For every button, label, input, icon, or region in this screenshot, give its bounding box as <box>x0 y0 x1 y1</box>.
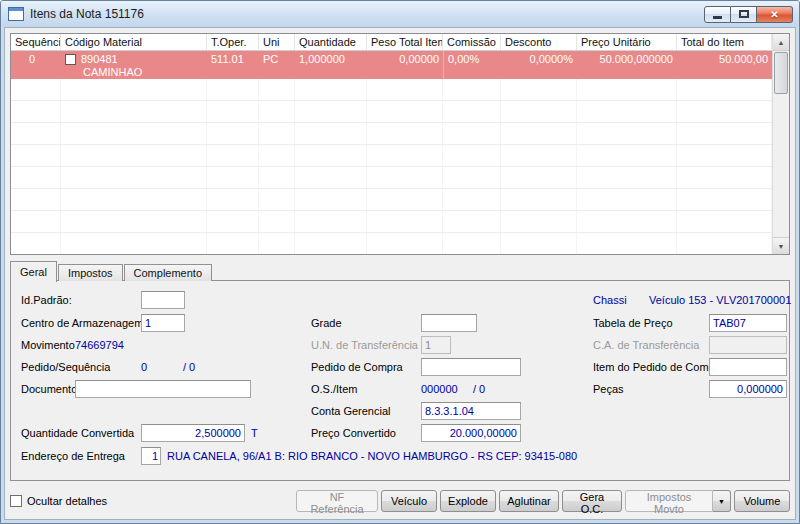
titlebar[interactable]: Itens da Nota 151176 ✕ <box>1 1 799 27</box>
scroll-down-icon: ▼ <box>778 243 785 250</box>
cell-comissao: 0,00% <box>443 51 501 79</box>
quantidade-convertida-input[interactable] <box>141 424 245 442</box>
maximize-icon <box>739 10 749 18</box>
column-header-uni[interactable]: Uni <box>259 34 295 50</box>
un-transferencia-input <box>421 336 451 354</box>
grid-empty-row <box>11 123 772 145</box>
item-pedido-compra-input[interactable] <box>709 358 787 376</box>
cell-t-oper: 511.01 <box>207 51 259 79</box>
cell-peso-total: 0,00000 <box>367 51 443 79</box>
footer: Ocultar detalhes NF Referência Veículo E… <box>10 488 790 514</box>
label-item-pedido-compra: Item do Pedido de Compra <box>593 361 724 374</box>
label-centro-armazenagem: Centro de Armazenagem <box>21 317 143 330</box>
ca-transferencia-input <box>709 336 787 354</box>
client-area: Sequência Código Material T.Oper. Uni Qu… <box>4 27 796 520</box>
column-header-desconto[interactable]: Desconto <box>501 34 577 50</box>
id-padrao-input[interactable] <box>141 291 185 309</box>
scrollbar-thumb[interactable] <box>774 52 788 94</box>
tab-impostos[interactable]: Impostos <box>58 264 123 281</box>
cell-uni: PC <box>259 51 295 79</box>
cell-preco-unitario: 50.000,000000 <box>577 51 677 79</box>
tab-geral[interactable]: Geral <box>10 261 57 282</box>
column-header-codigo-material[interactable]: Código Material <box>61 34 207 50</box>
minimize-icon <box>713 16 722 19</box>
scroll-up-button[interactable]: ▲ <box>773 34 789 51</box>
label-movimento: Movimento <box>21 339 75 352</box>
app-icon <box>8 7 24 21</box>
endereco-entrega-input[interactable] <box>141 447 161 465</box>
label-pedido-sequencia: Pedido/Sequência <box>21 361 110 374</box>
grid-empty-row <box>11 189 772 211</box>
explode-button[interactable]: Explode <box>440 490 496 512</box>
label-pecas: Peças <box>593 383 624 396</box>
volume-button[interactable]: Volume <box>734 490 790 512</box>
scroll-down-button[interactable]: ▼ <box>773 237 789 254</box>
impostos-movto-split-button: Impostos Movto ▼ <box>625 490 731 512</box>
cell-codigo-material: 890481 CAMINHAO <box>61 51 207 79</box>
column-header-total-item[interactable]: Total do Item <box>677 34 772 50</box>
aglutinar-button[interactable]: Aglutinar <box>499 490 559 512</box>
column-header-peso-total[interactable]: Peso Total Item <box>367 34 443 50</box>
window-title: Itens da Nota 151176 <box>30 7 144 21</box>
close-icon: ✕ <box>770 9 778 20</box>
grid-empty-row <box>11 167 772 189</box>
codigo-material-value: 890481 <box>81 53 118 65</box>
window-controls: ✕ <box>704 6 793 23</box>
ocultar-detalhes-checkbox[interactable] <box>10 495 22 507</box>
label-ca-transferencia: C.A. de Transferência <box>593 339 699 352</box>
grid-empty-rows <box>11 79 772 254</box>
column-header-comissao[interactable]: Comissão <box>443 34 501 50</box>
os-item-value2: / 0 <box>473 383 485 396</box>
tabela-preco-input[interactable] <box>709 314 787 332</box>
tab-complemento[interactable]: Complemento <box>124 264 212 281</box>
grid-header: Sequência Código Material T.Oper. Uni Qu… <box>11 34 772 51</box>
os-item-value: 000000 <box>421 383 458 396</box>
grid-empty-row <box>11 79 772 101</box>
label-endereco-entrega: Endereço de Entrega <box>21 450 125 463</box>
nf-referencia-button: NF Referência <box>296 490 378 512</box>
label-preco-convertido: Preço Convertido <box>311 427 396 440</box>
footer-buttons: NF Referência Veículo Explode Aglutinar … <box>296 490 790 512</box>
pedido-sequencia-value2: / 0 <box>183 361 195 374</box>
grid-empty-row <box>11 145 772 167</box>
impostos-movto-dropdown-button[interactable]: ▼ <box>713 490 731 512</box>
label-quantidade-convertida: Quantidade Convertida <box>21 427 134 440</box>
pedido-compra-input[interactable] <box>421 358 521 376</box>
endereco-entrega-address: RUA CANELA, 96/A1 B: RIO BRANCO - NOVO H… <box>167 450 577 463</box>
centro-armazenagem-input[interactable] <box>141 314 185 332</box>
veiculo-button[interactable]: Veículo <box>381 490 437 512</box>
preco-convertido-input[interactable] <box>421 424 521 442</box>
ocultar-detalhes-option[interactable]: Ocultar detalhes <box>10 495 107 507</box>
column-header-t-oper[interactable]: T.Oper. <box>207 34 259 50</box>
label-chassi: Chassi <box>593 294 627 307</box>
documento-input[interactable] <box>75 380 251 398</box>
maximize-button[interactable] <box>731 6 757 23</box>
row-checkbox[interactable] <box>65 54 76 65</box>
tab-bar: Geral Impostos Complemento <box>10 260 213 281</box>
column-header-preco-unitario[interactable]: Preço Unitário <box>577 34 677 50</box>
grade-input[interactable] <box>421 314 477 332</box>
label-grade: Grade <box>311 317 342 330</box>
minimize-button[interactable] <box>704 6 731 23</box>
grid-empty-row <box>11 233 772 254</box>
gera-oc-button[interactable]: Gera O.C. <box>562 490 622 512</box>
grid-row-selected[interactable]: 0 890481 CAMINHAO 511.01 PC 1,000000 0,0… <box>11 51 772 79</box>
label-un-transferencia: U.N. de Transferência <box>311 339 418 352</box>
cell-total-item: 50.000,00 <box>677 51 772 79</box>
chassi-value: Veículo 153 - VLV201700001 <box>649 294 791 307</box>
grid-empty-row <box>11 101 772 123</box>
items-grid: Sequência Código Material T.Oper. Uni Qu… <box>10 33 790 255</box>
material-descricao: CAMINHAO <box>65 66 203 78</box>
label-os-item: O.S./Item <box>311 383 357 396</box>
conta-gerencial-input[interactable] <box>421 402 521 420</box>
pecas-input[interactable] <box>709 380 787 398</box>
cell-sequencia: 0 <box>11 51 61 79</box>
movimento-value: 74669794 <box>75 339 124 352</box>
quantidade-convertida-unit: T <box>251 427 258 440</box>
close-button[interactable]: ✕ <box>757 6 793 23</box>
column-header-quantidade[interactable]: Quantidade <box>295 34 367 50</box>
tab-page-geral: Id.Padrão: Chassi Veículo 153 - VLV20170… <box>10 280 790 481</box>
vertical-scrollbar[interactable]: ▲ ▼ <box>772 34 789 254</box>
ocultar-detalhes-label: Ocultar detalhes <box>27 495 107 507</box>
column-header-sequencia[interactable]: Sequência <box>11 34 61 50</box>
